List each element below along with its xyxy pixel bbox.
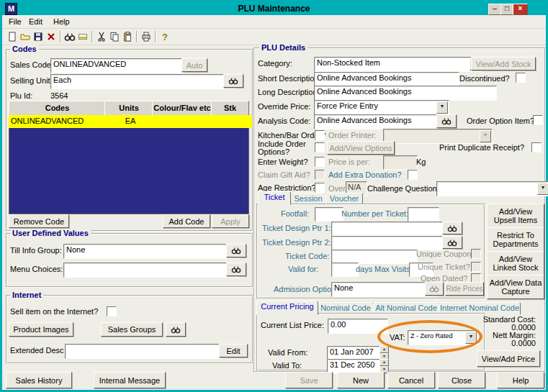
cut-icon[interactable]: [95, 30, 108, 43]
selling-unit-find-button[interactable]: [223, 74, 243, 88]
ticket-design-ptr1-combo[interactable]: ▼: [331, 222, 455, 236]
restrict-to-departments-button[interactable]: Restrict To Departments: [487, 227, 544, 252]
valid-to-spinner[interactable]: ▲▼: [379, 359, 389, 373]
ticket-design-ptr2-combo[interactable]: ▼: [331, 236, 455, 250]
delete-icon[interactable]: [45, 30, 58, 43]
add-view-data-capture-button[interactable]: Add/View Data Capture: [487, 275, 544, 299]
ticket-design-ptr1-find-button[interactable]: [442, 222, 462, 234]
vat-combo[interactable]: Z - Zero Rated▼: [408, 330, 478, 345]
till-info-find-button[interactable]: [226, 244, 246, 257]
valid-from-spinner[interactable]: ▲▼: [379, 346, 389, 360]
include-order-options-checkbox[interactable]: [315, 142, 325, 152]
minimize-button[interactable]: –: [488, 4, 501, 15]
product-images-button[interactable]: Product Images: [9, 322, 73, 337]
view-add-stock-button[interactable]: View/Add Stock: [471, 57, 536, 70]
grid-row-cell-colour[interactable]: [152, 115, 216, 128]
discontinued-checkbox[interactable]: [516, 73, 526, 83]
extended-desc-input[interactable]: [65, 344, 222, 359]
admission-options-find-button[interactable]: [425, 282, 444, 296]
current-list-price-input[interactable]: 0.00: [328, 319, 388, 334]
open-icon[interactable]: [19, 30, 32, 43]
grid-row-cell-code[interactable]: ONLINEADVANCED: [9, 115, 109, 128]
order-option-item-checkbox[interactable]: [533, 115, 543, 125]
vat-value: Z - Zero Rated: [410, 332, 453, 339]
copy-icon[interactable]: [108, 30, 121, 43]
apply-button[interactable]: Apply: [212, 214, 249, 228]
challenge-question-combo[interactable]: ▼: [436, 181, 548, 196]
menu-file[interactable]: File: [9, 17, 22, 27]
sell-online-checkbox[interactable]: [107, 306, 117, 316]
age-restriction-checkbox[interactable]: [315, 183, 325, 193]
grid-header-units[interactable]: Units: [104, 101, 153, 117]
add-view-options-button[interactable]: Add/View Options: [327, 141, 395, 155]
print-duplicate-receipt-checkbox[interactable]: [531, 142, 542, 152]
close-button[interactable]: ×: [513, 4, 528, 15]
ticket-code-input[interactable]: [331, 250, 418, 264]
kitchen-bar-order-checkbox[interactable]: [315, 130, 325, 140]
new-button[interactable]: New: [337, 372, 385, 388]
sales-history-button[interactable]: Sales History: [6, 372, 72, 388]
long-description-input[interactable]: Online Advanced Bookings: [314, 86, 497, 101]
grid-header-colour[interactable]: Colour/Flav etc: [152, 101, 212, 117]
menu-help[interactable]: Help: [53, 17, 70, 27]
paste-icon[interactable]: [121, 30, 134, 43]
binoculars-icon: [231, 265, 241, 273]
grid-header-codes[interactable]: Codes: [9, 101, 106, 117]
add-code-button[interactable]: Add Code: [163, 214, 210, 228]
sales-code-label: Sales Code:: [10, 60, 53, 70]
selling-unit-combo[interactable]: Each▼: [50, 74, 236, 89]
number-per-ticket-input[interactable]: [408, 207, 439, 222]
save-button[interactable]: Save: [285, 372, 333, 388]
grid-row-cell-units[interactable]: EA: [104, 115, 157, 128]
valid-for-input[interactable]: [331, 263, 359, 277]
add-view-linked-stock-button[interactable]: Add/View Linked Stock: [487, 251, 544, 275]
add-extra-donation-checkbox[interactable]: [408, 170, 418, 180]
footfall-input[interactable]: [315, 207, 343, 222]
help-icon[interactable]: ?: [158, 30, 171, 43]
ride-prices-button[interactable]: Ride Prices: [445, 282, 484, 296]
edit-button[interactable]: Edit: [219, 344, 248, 357]
menu-edit[interactable]: Edit: [29, 17, 42, 27]
help-button[interactable]: Help: [497, 372, 544, 388]
short-description-input[interactable]: Online Advanced Bookings: [314, 72, 459, 87]
spin-up-icon[interactable]: ▲: [379, 359, 389, 366]
grid-header-stk[interactable]: Stk: [211, 101, 249, 117]
analysis-code-find-button[interactable]: [436, 114, 457, 128]
tab-current-pricing[interactable]: Current Pricing: [256, 301, 318, 315]
title-bar[interactable]: M PLU Maintenance: [2, 2, 546, 15]
claim-gift-aid-checkbox[interactable]: [315, 170, 325, 180]
order-printer-combo[interactable]: ▼: [383, 129, 493, 144]
spin-up-icon[interactable]: ▲: [379, 346, 389, 353]
save-icon[interactable]: [32, 30, 45, 43]
cancel-button[interactable]: Cancel: [387, 372, 435, 388]
admission-options-combo[interactable]: None▼: [331, 282, 438, 297]
sales-code-input[interactable]: ONLINEADVANCED: [50, 58, 184, 73]
internal-message-button[interactable]: Internal Message: [94, 372, 166, 388]
find-binoculars-icon[interactable]: [63, 30, 76, 43]
unique-ticket-checkbox[interactable]: [471, 262, 481, 272]
ticket-design-ptr2-find-button[interactable]: [442, 236, 462, 249]
unique-coupon-checkbox[interactable]: [471, 249, 481, 259]
remove-code-button[interactable]: Remove Code: [9, 214, 69, 228]
category-combo[interactable]: Non-Stocked Item▼: [314, 57, 482, 72]
close-button-bottom[interactable]: Close: [438, 372, 485, 388]
sales-groups-find-button[interactable]: [166, 322, 186, 337]
till-info-group-combo[interactable]: None▼: [63, 244, 239, 259]
order-printer-label: Order Printer:: [328, 131, 377, 140]
add-view-upsell-items-button[interactable]: Add/View Upsell Items: [487, 204, 544, 228]
auto-button[interactable]: Auto: [181, 58, 207, 72]
analysis-code-combo[interactable]: Online Advanced Bookings▼: [314, 114, 449, 129]
price-label-icon[interactable]: [76, 30, 89, 43]
tab-ticket[interactable]: Ticket: [258, 191, 291, 205]
price-is-per-input[interactable]: [383, 155, 418, 170]
grid-row-cell-stk[interactable]: [211, 115, 253, 128]
sales-groups-button[interactable]: Sales Groups: [101, 322, 163, 337]
menu-choices-combo[interactable]: ▼: [63, 263, 239, 278]
maximize-button[interactable]: □: [500, 4, 513, 15]
override-price-combo[interactable]: Force Price Entry▼: [314, 100, 449, 115]
enter-weight-checkbox[interactable]: [315, 157, 325, 167]
view-add-price-button[interactable]: View/Add Price: [477, 350, 540, 367]
menu-choices-find-button[interactable]: [226, 263, 246, 276]
new-document-icon[interactable]: [6, 30, 19, 43]
print-icon[interactable]: [140, 30, 153, 43]
